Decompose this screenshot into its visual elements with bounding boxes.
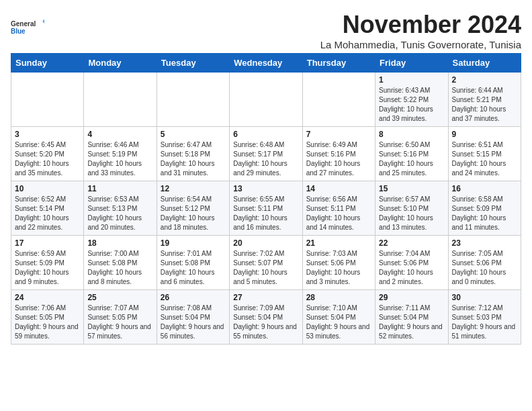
calendar-cell: 25Sunrise: 7:07 AM Sunset: 5:05 PM Dayli… <box>84 290 157 345</box>
weekday-header-saturday: Saturday <box>448 54 521 73</box>
day-info: Sunrise: 6:57 AM Sunset: 5:10 PM Dayligh… <box>379 195 444 232</box>
day-info: Sunrise: 7:00 AM Sunset: 5:08 PM Dayligh… <box>87 249 152 287</box>
day-number: 7 <box>306 130 371 139</box>
day-number: 3 <box>15 130 80 139</box>
day-number: 27 <box>233 293 298 302</box>
day-info: Sunrise: 6:46 AM Sunset: 5:19 PM Dayligh… <box>87 140 152 178</box>
calendar-cell <box>157 73 229 127</box>
day-info: Sunrise: 6:55 AM Sunset: 5:11 PM Dayligh… <box>233 195 298 232</box>
day-number: 21 <box>306 238 371 248</box>
calendar-cell <box>302 73 375 127</box>
calendar-cell <box>84 73 157 127</box>
day-info: Sunrise: 7:01 AM Sunset: 5:08 PM Dayligh… <box>161 249 226 287</box>
day-info: Sunrise: 7:09 AM Sunset: 5:04 PM Dayligh… <box>233 304 298 341</box>
calendar-cell: 1Sunrise: 6:43 AM Sunset: 5:22 PM Daylig… <box>375 73 448 127</box>
day-info: Sunrise: 6:56 AM Sunset: 5:11 PM Dayligh… <box>306 195 371 232</box>
calendar-cell: 20Sunrise: 7:02 AM Sunset: 5:07 PM Dayli… <box>230 236 302 290</box>
calendar-cell: 7Sunrise: 6:49 AM Sunset: 5:16 PM Daylig… <box>302 127 375 181</box>
calendar-cell: 26Sunrise: 7:08 AM Sunset: 5:04 PM Dayli… <box>157 290 229 345</box>
day-number: 29 <box>379 293 444 302</box>
calendar-cell: 12Sunrise: 6:54 AM Sunset: 5:12 PM Dayli… <box>157 181 229 236</box>
calendar-cell: 19Sunrise: 7:01 AM Sunset: 5:08 PM Dayli… <box>157 236 229 290</box>
svg-text:General: General <box>11 20 36 28</box>
day-number: 10 <box>15 184 80 193</box>
day-info: Sunrise: 7:06 AM Sunset: 5:05 PM Dayligh… <box>15 304 80 341</box>
day-info: Sunrise: 7:08 AM Sunset: 5:04 PM Dayligh… <box>161 304 226 341</box>
day-info: Sunrise: 7:03 AM Sunset: 5:06 PM Dayligh… <box>306 249 371 287</box>
day-info: Sunrise: 7:05 AM Sunset: 5:06 PM Dayligh… <box>452 249 517 287</box>
day-number: 26 <box>161 293 226 302</box>
weekday-header-sunday: Sunday <box>11 54 84 73</box>
calendar-cell <box>11 73 84 127</box>
calendar-cell: 30Sunrise: 7:12 AM Sunset: 5:03 PM Dayli… <box>448 290 521 345</box>
weekday-header-tuesday: Tuesday <box>157 54 229 73</box>
day-info: Sunrise: 6:53 AM Sunset: 5:13 PM Dayligh… <box>87 195 152 232</box>
day-number: 23 <box>452 238 517 248</box>
day-number: 2 <box>452 75 517 85</box>
day-number: 14 <box>306 184 371 193</box>
day-number: 20 <box>233 238 298 248</box>
weekday-header-monday: Monday <box>84 54 157 73</box>
day-info: Sunrise: 6:51 AM Sunset: 5:15 PM Dayligh… <box>452 140 517 178</box>
svg-marker-3 <box>43 19 45 25</box>
calendar-cell <box>230 73 302 127</box>
day-number: 4 <box>87 130 152 139</box>
calendar-cell: 27Sunrise: 7:09 AM Sunset: 5:04 PM Dayli… <box>230 290 302 345</box>
day-info: Sunrise: 6:58 AM Sunset: 5:09 PM Dayligh… <box>452 195 517 232</box>
calendar-cell: 8Sunrise: 6:50 AM Sunset: 5:16 PM Daylig… <box>375 127 448 181</box>
calendar-cell: 17Sunrise: 6:59 AM Sunset: 5:09 PM Dayli… <box>11 236 84 290</box>
location-title: La Mohammedia, Tunis Governorate, Tunisi… <box>320 39 521 50</box>
weekday-header-wednesday: Wednesday <box>230 54 302 73</box>
calendar-cell: 11Sunrise: 6:53 AM Sunset: 5:13 PM Dayli… <box>84 181 157 236</box>
day-number: 19 <box>161 238 226 248</box>
day-number: 11 <box>87 184 152 193</box>
logo: General Blue <box>11 11 44 44</box>
calendar-cell: 3Sunrise: 6:45 AM Sunset: 5:20 PM Daylig… <box>11 127 84 181</box>
calendar-cell: 9Sunrise: 6:51 AM Sunset: 5:15 PM Daylig… <box>448 127 521 181</box>
day-number: 15 <box>379 184 444 193</box>
day-number: 9 <box>452 130 517 139</box>
day-number: 16 <box>452 184 517 193</box>
day-number: 5 <box>161 130 226 139</box>
calendar-cell: 24Sunrise: 7:06 AM Sunset: 5:05 PM Dayli… <box>11 290 84 345</box>
calendar-cell: 5Sunrise: 6:47 AM Sunset: 5:18 PM Daylig… <box>157 127 229 181</box>
day-info: Sunrise: 6:50 AM Sunset: 5:16 PM Dayligh… <box>379 140 444 178</box>
calendar-cell: 10Sunrise: 6:52 AM Sunset: 5:14 PM Dayli… <box>11 181 84 236</box>
day-info: Sunrise: 6:48 AM Sunset: 5:17 PM Dayligh… <box>233 140 298 178</box>
calendar-cell: 13Sunrise: 6:55 AM Sunset: 5:11 PM Dayli… <box>230 181 302 236</box>
calendar-cell: 23Sunrise: 7:05 AM Sunset: 5:06 PM Dayli… <box>448 236 521 290</box>
day-info: Sunrise: 7:07 AM Sunset: 5:05 PM Dayligh… <box>87 304 152 341</box>
calendar-cell: 28Sunrise: 7:10 AM Sunset: 5:04 PM Dayli… <box>302 290 375 345</box>
day-info: Sunrise: 6:52 AM Sunset: 5:14 PM Dayligh… <box>15 195 80 232</box>
day-number: 6 <box>233 130 298 139</box>
day-info: Sunrise: 6:49 AM Sunset: 5:16 PM Dayligh… <box>306 140 371 178</box>
day-info: Sunrise: 6:44 AM Sunset: 5:21 PM Dayligh… <box>452 86 517 124</box>
day-number: 22 <box>379 238 444 248</box>
calendar-cell: 6Sunrise: 6:48 AM Sunset: 5:17 PM Daylig… <box>230 127 302 181</box>
month-title: November 2024 <box>320 11 521 39</box>
day-info: Sunrise: 7:12 AM Sunset: 5:03 PM Dayligh… <box>452 304 517 341</box>
svg-text:Blue: Blue <box>11 28 26 35</box>
calendar-cell: 4Sunrise: 6:46 AM Sunset: 5:19 PM Daylig… <box>84 127 157 181</box>
day-info: Sunrise: 7:10 AM Sunset: 5:04 PM Dayligh… <box>306 304 371 341</box>
day-number: 24 <box>15 293 80 302</box>
day-number: 12 <box>161 184 226 193</box>
day-info: Sunrise: 7:11 AM Sunset: 5:04 PM Dayligh… <box>379 304 444 341</box>
day-info: Sunrise: 7:04 AM Sunset: 5:06 PM Dayligh… <box>379 249 444 287</box>
day-number: 28 <box>306 293 371 302</box>
day-info: Sunrise: 6:45 AM Sunset: 5:20 PM Dayligh… <box>15 140 80 178</box>
day-info: Sunrise: 6:47 AM Sunset: 5:18 PM Dayligh… <box>161 140 226 178</box>
calendar-cell: 29Sunrise: 7:11 AM Sunset: 5:04 PM Dayli… <box>375 290 448 345</box>
weekday-header-thursday: Thursday <box>302 54 375 73</box>
day-number: 18 <box>87 238 152 248</box>
day-number: 13 <box>233 184 298 193</box>
calendar-cell: 15Sunrise: 6:57 AM Sunset: 5:10 PM Dayli… <box>375 181 448 236</box>
day-number: 25 <box>87 293 152 302</box>
calendar-cell: 22Sunrise: 7:04 AM Sunset: 5:06 PM Dayli… <box>375 236 448 290</box>
day-info: Sunrise: 6:54 AM Sunset: 5:12 PM Dayligh… <box>161 195 226 232</box>
calendar-cell: 14Sunrise: 6:56 AM Sunset: 5:11 PM Dayli… <box>302 181 375 236</box>
day-info: Sunrise: 6:59 AM Sunset: 5:09 PM Dayligh… <box>15 249 80 287</box>
day-number: 30 <box>452 293 517 302</box>
day-info: Sunrise: 6:43 AM Sunset: 5:22 PM Dayligh… <box>379 86 444 124</box>
weekday-header-friday: Friday <box>375 54 448 73</box>
